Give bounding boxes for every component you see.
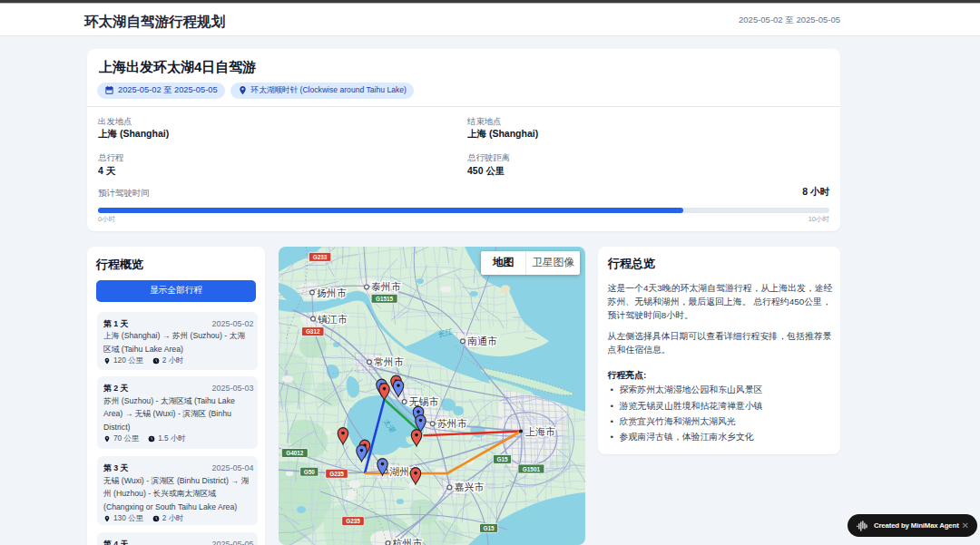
svg-text:常州市: 常州市 [374,356,404,367]
svg-text:G15: G15 [496,456,508,462]
svg-text:杭州市: 杭州市 [392,538,423,545]
svg-text:南通市: 南通市 [467,336,497,346]
svg-text:G4012: G4012 [286,450,304,456]
svg-text:G233: G233 [313,254,328,260]
svg-text:扬州市: 扬州市 [316,287,347,298]
svg-text:镇江市: 镇江市 [318,314,348,325]
svg-text:G235: G235 [346,518,360,524]
svg-text:G50: G50 [304,469,316,475]
svg-text:G1515: G1515 [376,296,394,302]
svg-text:G1501: G1501 [523,466,541,472]
svg-text:G235: G235 [329,471,344,477]
svg-text:苏州市: 苏州市 [437,418,467,429]
svg-text:无锡市: 无锡市 [409,396,439,407]
svg-text:上海市: 上海市 [525,426,555,437]
svg-text:泰州市: 泰州市 [371,281,401,292]
svg-text:嘉兴市: 嘉兴市 [454,482,484,492]
svg-text:G15: G15 [484,525,495,531]
svg-text:G312: G312 [306,328,320,335]
